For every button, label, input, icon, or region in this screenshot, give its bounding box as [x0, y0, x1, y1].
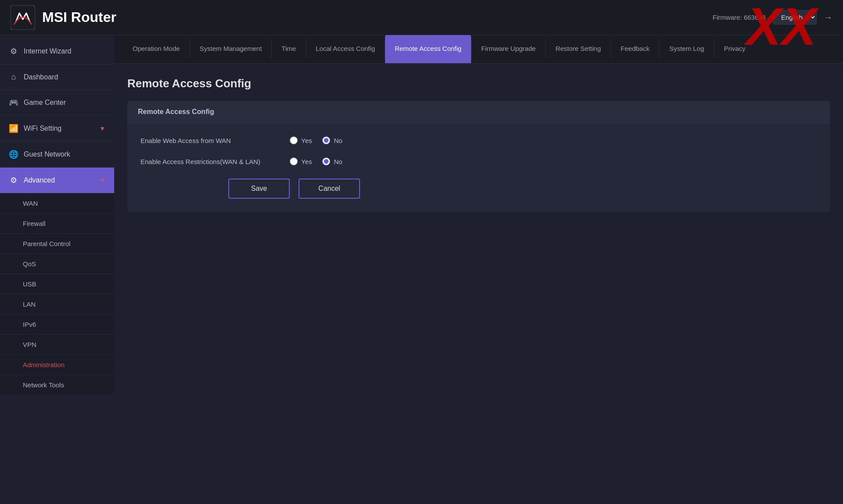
- tab-restore-setting[interactable]: Restore Setting: [546, 35, 610, 63]
- radio-yes-access-restrictions[interactable]: Yes: [290, 157, 312, 165]
- tab-bar: Operation Mode System Management Time Lo…: [114, 35, 843, 64]
- tab-remote-access-config[interactable]: Remote Access Config: [385, 35, 471, 63]
- radio-group-web-access: Yes No: [290, 136, 342, 144]
- gear-icon: ⚙: [9, 46, 18, 56]
- tab-system-management[interactable]: System Management: [190, 35, 272, 63]
- language-selector[interactable]: English: [773, 10, 817, 25]
- logout-arrow[interactable]: →: [824, 12, 832, 22]
- sidebar-label-usb: USB: [23, 280, 36, 288]
- tab-system-log[interactable]: System Log: [659, 35, 713, 63]
- radio-label-yes-web-access: Yes: [301, 137, 312, 144]
- content-area: Remote Access Config Remote Access Confi…: [114, 64, 843, 225]
- sidebar-item-usb[interactable]: USB: [0, 274, 114, 294]
- radio-group-access-restrictions: Yes No: [290, 157, 342, 165]
- tab-local-access-config[interactable]: Local Access Config: [306, 35, 385, 63]
- sidebar-label-internet-wizard: Internet Wizard: [24, 47, 71, 55]
- sidebar-label-ipv6: IPv6: [23, 321, 36, 328]
- sidebar-item-game-center[interactable]: 🎮 Game Center: [0, 90, 114, 116]
- cancel-button[interactable]: Cancel: [299, 179, 360, 199]
- wifi-icon: 📶: [9, 124, 18, 133]
- sidebar-label-game-center: Game Center: [24, 99, 66, 107]
- gamepad-icon: 🎮: [9, 98, 18, 107]
- label-web-access-wan: Enable Web Access from WAN: [140, 137, 281, 144]
- sidebar-label-wifi-setting: WiFi Setting: [24, 125, 61, 132]
- button-row: Save Cancel: [140, 179, 817, 199]
- app-title: MSI Router: [42, 9, 116, 25]
- chevron-down-icon: ▼: [99, 125, 105, 132]
- main-layout: ⚙ Internet Wizard ⌂ Dashboard 🎮 Game Cen…: [0, 35, 843, 504]
- radio-input-yes-access-restrictions[interactable]: [290, 157, 298, 165]
- radio-input-no-access-restrictions[interactable]: [322, 157, 330, 165]
- save-button[interactable]: Save: [228, 179, 290, 199]
- advanced-submenu: WAN Firewall Parental Control QoS USB LA…: [0, 193, 114, 395]
- sidebar-label-vpn: VPN: [23, 341, 36, 348]
- sidebar-item-ipv6[interactable]: IPv6: [0, 315, 114, 335]
- remote-access-card: Remote Access Config Enable Web Access f…: [127, 101, 830, 212]
- sidebar-item-parental-control[interactable]: Parental Control: [0, 234, 114, 254]
- header: MSI Router Firmware: 663636 English → XX: [0, 0, 843, 35]
- globe-icon: 🌐: [9, 150, 18, 159]
- header-right: Firmware: 663636 English →: [713, 10, 832, 25]
- sidebar-item-administration[interactable]: Administration: [0, 355, 114, 375]
- sidebar-label-administration: Administration: [23, 361, 65, 368]
- radio-input-yes-web-access[interactable]: [290, 136, 298, 144]
- sidebar-item-vpn[interactable]: VPN: [0, 335, 114, 355]
- sidebar-item-internet-wizard[interactable]: ⚙ Internet Wizard: [0, 39, 114, 64]
- tab-privacy[interactable]: Privacy: [714, 35, 755, 63]
- sidebar-item-dashboard[interactable]: ⌂ Dashboard: [0, 64, 114, 90]
- form-row-access-restrictions: Enable Access Restrictions(WAN & LAN) Ye…: [140, 157, 817, 165]
- sliders-icon: ⚙: [9, 175, 18, 185]
- sidebar-item-network-tools[interactable]: Network Tools: [0, 375, 114, 395]
- chevron-down-icon-advanced: ▼: [99, 177, 105, 184]
- radio-no-web-access[interactable]: No: [322, 136, 342, 144]
- sidebar-label-dashboard: Dashboard: [24, 73, 58, 81]
- radio-input-no-web-access[interactable]: [322, 136, 330, 144]
- sidebar-item-qos[interactable]: QoS: [0, 254, 114, 274]
- sidebar-label-lan: LAN: [23, 300, 36, 308]
- tab-time[interactable]: Time: [272, 35, 306, 63]
- radio-no-access-restrictions[interactable]: No: [322, 157, 342, 165]
- radio-label-no-access-restrictions: No: [334, 158, 342, 165]
- sidebar-item-lan[interactable]: LAN: [0, 294, 114, 315]
- sidebar-item-wan[interactable]: WAN: [0, 193, 114, 214]
- sidebar-label-wan: WAN: [23, 200, 38, 207]
- card-header: Remote Access Config: [127, 101, 830, 123]
- sidebar-label-firewall: Firewall: [23, 220, 46, 227]
- logo: MSI Router: [11, 5, 116, 30]
- main-content: Operation Mode System Management Time Lo…: [114, 35, 843, 504]
- sidebar-label-advanced: Advanced: [24, 176, 55, 184]
- radio-yes-web-access[interactable]: Yes: [290, 136, 312, 144]
- tab-operation-mode[interactable]: Operation Mode: [123, 35, 190, 63]
- sidebar-item-advanced[interactable]: ⚙ Advanced ▼: [0, 168, 114, 193]
- sidebar-item-guest-network[interactable]: 🌐 Guest Network: [0, 142, 114, 168]
- sidebar-label-parental-control: Parental Control: [23, 240, 70, 247]
- sidebar-item-wifi-setting[interactable]: 📶 WiFi Setting ▼: [0, 116, 114, 142]
- home-icon: ⌂: [9, 72, 18, 82]
- sidebar-label-qos: QoS: [23, 260, 36, 268]
- msi-logo-icon: [11, 5, 35, 30]
- label-access-restrictions: Enable Access Restrictions(WAN & LAN): [140, 158, 281, 165]
- firmware-info: Firmware: 663636: [713, 14, 766, 21]
- sidebar: ⚙ Internet Wizard ⌂ Dashboard 🎮 Game Cen…: [0, 35, 114, 504]
- radio-label-yes-access-restrictions: Yes: [301, 158, 312, 165]
- tab-feedback[interactable]: Feedback: [611, 35, 659, 63]
- sidebar-item-firewall[interactable]: Firewall: [0, 214, 114, 234]
- sidebar-label-network-tools: Network Tools: [23, 381, 64, 389]
- radio-label-no-web-access: No: [334, 137, 342, 144]
- tab-firmware-upgrade[interactable]: Firmware Upgrade: [472, 35, 545, 63]
- form-row-web-access: Enable Web Access from WAN Yes No: [140, 136, 817, 144]
- page-title: Remote Access Config: [127, 77, 830, 90]
- card-body: Enable Web Access from WAN Yes No: [127, 123, 830, 212]
- sidebar-label-guest-network: Guest Network: [24, 150, 70, 158]
